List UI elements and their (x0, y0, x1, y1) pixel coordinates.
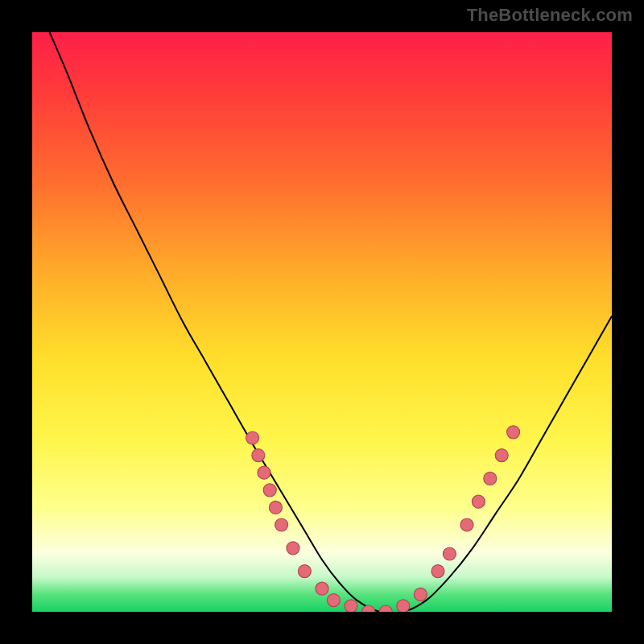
scatter-point (431, 565, 444, 578)
scatter-point (460, 518, 473, 531)
scatter-point (263, 484, 276, 497)
scatter-point (252, 449, 265, 462)
watermark-text: TheBottleneck.com (467, 5, 633, 26)
scatter-point (414, 588, 427, 601)
scatter-point (269, 501, 282, 514)
scatter-point (362, 605, 375, 612)
scatter-point (327, 594, 340, 607)
curve-svg (32, 32, 612, 612)
scatter-point (345, 600, 357, 612)
scatter-point (316, 582, 328, 595)
scatter-point (484, 472, 497, 485)
plot-area (32, 32, 612, 612)
scatter-point (246, 431, 259, 444)
scatter-point (495, 449, 508, 462)
scatter-point (287, 542, 299, 555)
scatter-point (443, 547, 456, 560)
scatter-group (246, 426, 520, 612)
bottleneck-curve (50, 32, 612, 612)
scatter-point (379, 605, 392, 612)
scatter-point (258, 466, 270, 479)
scatter-point (397, 600, 410, 612)
scatter-point (472, 495, 485, 508)
scatter-point (275, 518, 288, 531)
scatter-point (298, 565, 311, 578)
chart-frame: TheBottleneck.com (0, 0, 644, 644)
scatter-point (507, 426, 520, 439)
